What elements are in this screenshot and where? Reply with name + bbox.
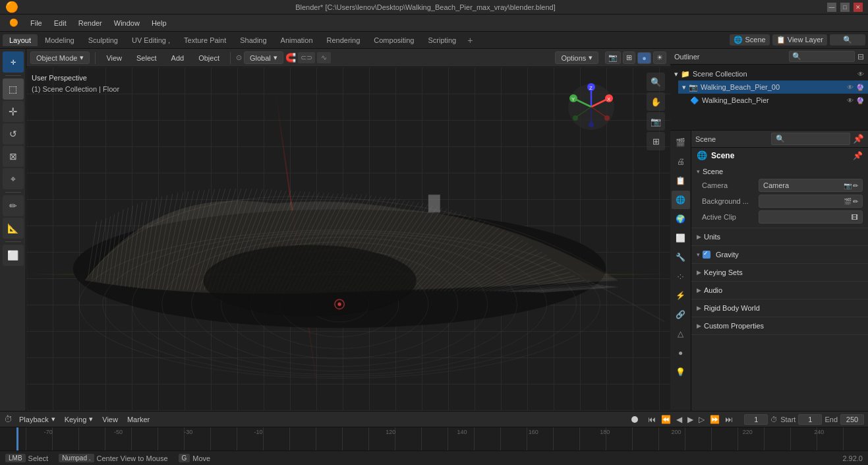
background-value[interactable]: 🎬 ✏ — [759, 195, 863, 208]
marker-menu[interactable]: Marker — [125, 415, 152, 424]
cursor-tool[interactable]: ✛ — [3, 51, 24, 73]
rendered-view-btn[interactable]: ☀ — [653, 51, 666, 64]
measure-tool[interactable]: 📐 — [3, 218, 24, 239]
close-button[interactable]: ✕ — [854, 3, 863, 12]
world-props-icon[interactable]: 🌍 — [672, 210, 690, 228]
tab-texture-paint[interactable]: Texture Paint — [177, 34, 233, 46]
rigid-body-header[interactable]: ▶ Rigid Body World — [691, 302, 868, 314]
gravity-checkbox[interactable] — [703, 251, 710, 259]
scale-tool[interactable]: ⊠ — [3, 146, 24, 167]
proportional-icon[interactable]: ⊂⊃ — [298, 52, 315, 63]
tab-compositing[interactable]: Compositing — [367, 34, 420, 46]
camera-value[interactable]: Camera 📷 ✏ — [759, 179, 863, 192]
start-frame-input[interactable] — [798, 414, 822, 425]
nav-gizmo[interactable]: Z X Y — [565, 80, 618, 133]
falloff-icon[interactable]: ∿ — [317, 52, 331, 63]
scene-selector[interactable]: 🌐 Scene — [730, 34, 769, 46]
add-workspace-button[interactable]: + — [463, 34, 477, 47]
viewlayer-props-icon[interactable]: 📋 — [672, 171, 690, 190]
options-button[interactable]: Options ▾ — [555, 51, 598, 64]
outliner-row-walking-pier[interactable]: 🔷 Walking_Beach_Pier 👁 🔮 — [686, 94, 868, 107]
data-props-icon[interactable]: △ — [672, 325, 690, 343]
material-props-icon[interactable]: ● — [672, 344, 690, 362]
add-menu[interactable]: Add — [166, 53, 190, 63]
timeline-track[interactable]: -70 -50 -30 -10 120 140 160 180 200 220 … — [0, 427, 868, 450]
transform-tool[interactable]: ⌖ — [3, 168, 24, 189]
ortho-persp-button[interactable]: ⊞ — [647, 132, 665, 150]
menu-render[interactable]: Render — [73, 18, 107, 28]
object-menu[interactable]: Object — [193, 53, 225, 63]
outliner-search[interactable]: 🔍 — [789, 51, 855, 62]
end-frame-input[interactable] — [840, 414, 864, 425]
jump-end-btn[interactable]: ⏭ — [723, 414, 735, 425]
step-forward-btn[interactable]: ▷ — [697, 414, 707, 425]
pan-button[interactable]: ✋ — [647, 92, 665, 111]
tab-modeling[interactable]: Modeling — [38, 34, 81, 46]
scene-props-icon[interactable]: 🌐 — [672, 191, 690, 209]
menu-help[interactable]: Help — [146, 18, 172, 28]
scene-section-header[interactable]: ▾ Scene — [691, 166, 868, 177]
add-cube-tool[interactable]: ⬜ — [3, 245, 24, 266]
custom-props-header[interactable]: ▶ Custom Properties — [691, 320, 868, 332]
material-preview-btn[interactable]: ● — [637, 52, 651, 64]
transform-global[interactable]: Global ▾ — [244, 51, 283, 64]
grid-view-btn[interactable]: ⊞ — [623, 51, 635, 64]
visibility-icon-3[interactable]: 👁 — [847, 97, 854, 104]
rotate-tool[interactable]: ↺ — [3, 123, 24, 144]
keying-sets-header[interactable]: ▶ Keying Sets — [691, 266, 868, 278]
viewport-canvas[interactable]: User Perspective (1) Scene Collection | … — [26, 67, 670, 411]
render-visibility-icon-2[interactable]: 🔮 — [856, 97, 864, 104]
minimize-button[interactable]: — — [827, 3, 836, 12]
zoom-button[interactable]: 🔍 — [647, 73, 665, 91]
camera-select-icon[interactable]: 📷 — [844, 182, 852, 189]
snap-icon[interactable]: 🧲 — [285, 53, 296, 63]
scene-pin-icon[interactable]: 📌 — [853, 151, 863, 160]
particles-props-icon[interactable]: ·:· — [672, 267, 690, 286]
clip-movie-icon[interactable]: 🎞 — [852, 214, 858, 221]
tab-uv-editing[interactable]: UV Editing , — [125, 34, 177, 46]
object-props-icon[interactable]: ⬜ — [672, 229, 690, 247]
maximize-button[interactable]: □ — [840, 3, 850, 12]
output-props-icon[interactable]: 🖨 — [672, 152, 690, 171]
view-menu[interactable]: View — [101, 53, 127, 63]
menu-file[interactable]: File — [25, 18, 47, 28]
search-button[interactable]: 🔍 — [830, 34, 865, 46]
visibility-icon-2[interactable]: 👁 — [847, 84, 854, 91]
tab-shading[interactable]: Shading — [233, 34, 273, 46]
step-back-btn[interactable]: ◀ — [674, 414, 684, 425]
props-pin-btn[interactable]: 📌 — [853, 134, 864, 144]
tab-scripting[interactable]: Scripting — [421, 34, 463, 46]
physics-props-icon[interactable]: ⚡ — [672, 286, 690, 305]
outliner-row-scene-collection[interactable]: ▾ 📁 Scene Collection 👁 — [670, 67, 868, 80]
active-clip-value[interactable]: 🎞 — [759, 210, 863, 224]
select-tool[interactable]: ⬚ — [3, 78, 24, 100]
menu-edit[interactable]: Edit — [49, 18, 72, 28]
outliner-filter-btn[interactable]: ⊟ — [857, 52, 864, 61]
gravity-section-header[interactable]: ▾ Gravity — [691, 249, 868, 261]
view-menu-timeline[interactable]: View — [100, 415, 121, 424]
jump-start-btn[interactable]: ⏮ — [646, 414, 658, 425]
audio-section-header[interactable]: ▶ Audio — [691, 284, 868, 296]
render-props-icon[interactable]: 🎬 — [672, 133, 690, 152]
visibility-icon[interactable]: 👁 — [857, 71, 864, 78]
tab-layout[interactable]: Layout — [3, 34, 38, 46]
modifier-props-icon[interactable]: 🔧 — [672, 248, 690, 266]
select-menu[interactable]: Select — [131, 53, 162, 63]
bg-edit-icon[interactable]: ✏ — [853, 198, 858, 205]
current-frame-input[interactable] — [744, 414, 768, 425]
move-tool[interactable]: ✛ — [3, 101, 24, 122]
prev-keyframe-btn[interactable]: ⏪ — [659, 414, 673, 425]
camera-button[interactable]: 📷 — [647, 112, 665, 131]
constraints-props-icon[interactable]: 🔗 — [672, 305, 690, 324]
bg-movie-icon[interactable]: 🎬 — [844, 198, 852, 205]
camera-edit-icon[interactable]: ✏ — [853, 182, 858, 189]
render-visibility-icon[interactable]: 🔮 — [856, 84, 864, 91]
playback-menu[interactable]: Playback ▾ — [16, 414, 58, 424]
camera-view-btn[interactable]: 📷 — [605, 51, 621, 64]
props-search[interactable]: 🔍 — [771, 133, 850, 145]
play-btn[interactable]: ▶ — [685, 414, 695, 425]
annotate-tool[interactable]: ✏ — [3, 195, 24, 216]
units-section-header[interactable]: ▶ Units — [691, 231, 868, 243]
keying-menu[interactable]: Keying ▾ — [62, 414, 96, 424]
object-mode-dropdown[interactable]: Object Mode ▾ — [30, 51, 90, 64]
